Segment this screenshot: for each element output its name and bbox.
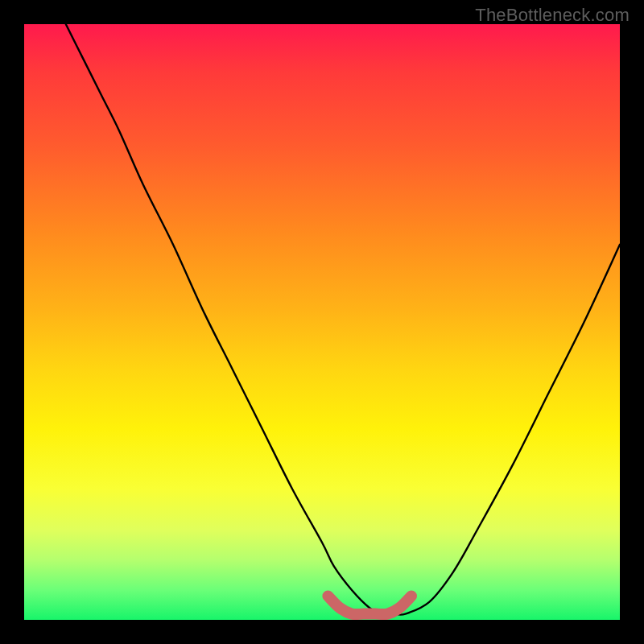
plot-area xyxy=(24,24,620,620)
sweet-spot-band xyxy=(328,596,411,614)
bottleneck-curve xyxy=(66,24,620,615)
watermark-text: TheBottleneck.com xyxy=(475,5,630,26)
curve-svg xyxy=(24,24,620,620)
chart-frame: TheBottleneck.com xyxy=(0,0,644,644)
